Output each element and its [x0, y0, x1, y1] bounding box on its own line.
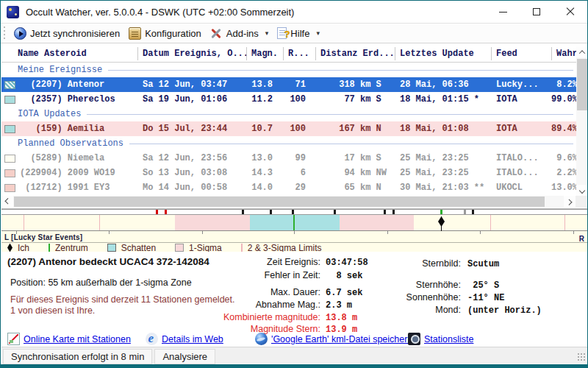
- kombinierte-magnitude-label: Kombinierte magnitude:: [223, 312, 320, 322]
- chevron-up-icon: [579, 50, 585, 56]
- online-map-link[interactable]: Online Karte mit Stationen: [7, 333, 131, 345]
- minimize-button[interactable]: [486, 1, 520, 23]
- title-bar: Occult Watcher, ver. 5.0.0.4 - DSWK (UTC…: [1, 1, 587, 23]
- maximize-button[interactable]: [520, 1, 553, 23]
- configuration-label: Konfiguration: [145, 28, 201, 39]
- zeit-ereignis-label: Zeit Ereignis:: [267, 257, 320, 267]
- help-label: Hilfe: [290, 28, 309, 39]
- me-position-marker: [438, 216, 445, 227]
- vertical-scrollbar-thumb[interactable]: [577, 59, 587, 110]
- shadow-swatch-icon: [107, 244, 116, 252]
- asteroid-name: (2207) Antenor: [20, 79, 104, 90]
- table-row-aemilia[interactable]: (159) Aemilia Do 15 Jul, 23:44 10.7 100 …: [1, 121, 576, 136]
- zeit-ereignis-value: 03:47:58: [326, 258, 368, 268]
- sternbild-label: Sternbild:: [422, 258, 461, 269]
- asteroid-name: (12712) 1991 EY3: [20, 183, 110, 193]
- mond-label: Mond:: [435, 305, 461, 315]
- col-distanz[interactable]: Distanz Erd...: [315, 47, 395, 60]
- sigma-limit-line-icon: [241, 244, 243, 252]
- fehler-zeit-value: 8 sek: [326, 271, 362, 281]
- station-tick-strip: [1, 209, 587, 215]
- scroll-down-button[interactable]: [576, 185, 588, 196]
- col-name-asteroid[interactable]: Name Asteroid: [1, 47, 137, 60]
- event-status-swatch: [4, 155, 15, 163]
- max-dauer-value: 6.7 sek: [326, 288, 362, 298]
- app-icon: [7, 6, 19, 18]
- google-earth-icon: [255, 333, 268, 345]
- resize-grip[interactable]: [578, 353, 585, 361]
- tools-icon: [210, 27, 223, 40]
- strip-left-label: L [Lucky Star Events]: [4, 233, 82, 241]
- config-icon: [129, 27, 141, 40]
- sync-now-label: Jetzt synchronisieren: [30, 28, 120, 39]
- event-status-swatch: [4, 96, 15, 104]
- chevron-down-icon: [579, 187, 585, 193]
- sonnenhoehe-value: -11° NE: [467, 293, 504, 303]
- sync-now-button[interactable]: Jetzt synchronisieren: [10, 25, 124, 42]
- sonnenhoehe-label: Sonnenhöhe:: [406, 292, 461, 302]
- table-row-niemela[interactable]: (5289) Niemela Sa 12 Jun, 23:56 13.0 99 …: [1, 151, 576, 166]
- browser-icon: [146, 333, 158, 345]
- window-title: Occult Watcher, ver. 5.0.0.4 - DSWK (UTC…: [26, 7, 294, 18]
- group-header-meine-ereignisse: Meine Ereignisse: [1, 63, 576, 77]
- activity-status-panel: Analysiere: [154, 349, 215, 364]
- addins-menu-button[interactable]: Add-ins: [206, 25, 273, 42]
- chevron-left-icon: [4, 198, 10, 204]
- position-line: Position: 55 km außerhalb der 1-sigma Zo…: [10, 277, 192, 288]
- help-menu-button[interactable]: Hilfe: [273, 25, 324, 41]
- col-letztes-update[interactable]: Letztes Update: [395, 47, 491, 60]
- strip-legend: Ich Zentrum Schatten 1-Sigma 2 & 3-Sigma…: [1, 242, 587, 252]
- col-feed[interactable]: Feed: [491, 47, 551, 60]
- event-status-swatch: [4, 81, 15, 89]
- configuration-button[interactable]: Konfiguration: [124, 25, 206, 42]
- table-header[interactable]: Name Asteroid Datum Ereignis, O... Magn.…: [1, 45, 576, 63]
- table-row-phereclos[interactable]: (2357) Phereclos Sa 19 Jun, 01:06 11.2 1…: [1, 92, 576, 107]
- google-earth-kml-link[interactable]: 'Google Earth' kml-Datei speichern: [255, 333, 412, 345]
- horizontal-scrollbar[interactable]: [1, 196, 576, 208]
- event-status-swatch: [4, 169, 15, 177]
- close-button[interactable]: [553, 1, 587, 23]
- table-row-2009-wo19[interactable]: (229904) 2009 WO19 So 13 Jun, 03:08 14.3…: [1, 166, 576, 180]
- event-status-swatch: [4, 125, 15, 133]
- maximize-icon: [533, 8, 540, 15]
- station-list-link[interactable]: Stationsliste: [408, 333, 473, 345]
- col-magn[interactable]: Magn.: [246, 47, 283, 60]
- scroll-up-button[interactable]: [576, 46, 588, 57]
- stations-note-line1: Für dieses Ereignis sind derzeit 11 Stat…: [10, 294, 235, 305]
- abnahme-mag-label: Abnahme Mag.:: [256, 300, 320, 310]
- sternbild-value: Scutum: [467, 259, 499, 269]
- toolbar-grip[interactable]: [3, 26, 7, 40]
- minimize-icon: [499, 12, 507, 13]
- scrollbar-corner: [576, 196, 588, 208]
- sync-status-panel: Synchronisation erfolgt in 8 min: [3, 349, 152, 364]
- group-label: IOTA Updates: [1, 109, 81, 119]
- map-icon: [7, 333, 20, 345]
- occultation-strip-panel: L [Lucky Star Events] R Ich Zentrum Scha…: [1, 208, 587, 252]
- asteroid-name: (229904) 2009 WO19: [20, 168, 115, 178]
- horizontal-scrollbar-thumb[interactable]: [14, 197, 545, 207]
- stations-icon: [408, 333, 420, 345]
- strip-bands[interactable]: [1, 215, 587, 231]
- me-diamond-icon: [7, 244, 12, 252]
- col-datum[interactable]: Datum Ereignis, O...: [137, 47, 246, 60]
- group-header-iota-updates: IOTA Updates: [1, 107, 576, 121]
- group-header-planned-observations: Planned Observations: [1, 136, 576, 151]
- table-row-1991-ey3[interactable]: (12712) 1991 EY3 Mo 14 Jun, 00:58 14.0 2…: [1, 180, 576, 195]
- toolbar: Jetzt synchronisieren Konfiguration Add-…: [1, 23, 587, 43]
- help-icon: [277, 27, 287, 39]
- vertical-scrollbar[interactable]: [576, 46, 588, 196]
- chevron-right-icon: [566, 199, 572, 205]
- table-row-antenor[interactable]: (2207) Antenor Sa 12 Jun, 03:47 13.8 71 …: [1, 77, 576, 92]
- scroll-right-button[interactable]: [564, 196, 576, 208]
- group-label: Meine Ereignisse: [1, 65, 102, 75]
- col-rank[interactable]: R...: [283, 47, 315, 60]
- window-bottom-border: [1, 364, 587, 367]
- col-wahr[interactable]: Wahr.: [551, 47, 576, 60]
- asteroid-name: (5289) Niemela: [20, 153, 104, 163]
- details-web-link[interactable]: Details im Web: [146, 333, 223, 345]
- event-details-panel: (2207) Antenor bedeckt UCAC4 372-142084 …: [1, 252, 587, 347]
- kombinierte-magnitude-value: 13.8 m: [326, 313, 357, 323]
- status-bar: Synchronisation erfolgt in 8 min Analysi…: [1, 347, 587, 365]
- event-title: (2207) Antenor bedeckt UCAC4 372-142084: [7, 256, 209, 267]
- scroll-left-button[interactable]: [1, 196, 13, 208]
